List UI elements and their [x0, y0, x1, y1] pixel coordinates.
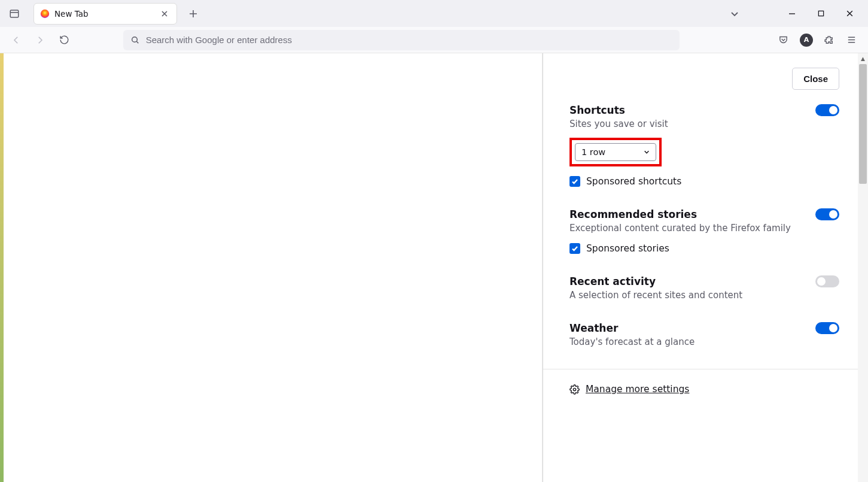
weather-title: Weather: [569, 322, 695, 334]
section-weather: Weather Today's forecast at a glance: [569, 322, 839, 347]
gear-icon: [569, 384, 580, 395]
section-shortcuts: Shortcuts Sites you save or visit 1 row …: [569, 104, 839, 187]
hamburger-icon: [846, 35, 857, 45]
window-close-button[interactable]: [840, 5, 858, 23]
shortcuts-rows-select[interactable]: 1 row: [575, 143, 656, 161]
chevron-down-icon: [644, 149, 650, 155]
app-menu-button[interactable]: [842, 30, 862, 50]
shortcuts-toggle[interactable]: [815, 104, 839, 116]
stories-title: Recommended stories: [569, 208, 791, 220]
firefox-icon: [40, 9, 50, 19]
list-all-tabs-button[interactable]: [726, 5, 744, 23]
pocket-icon: [778, 35, 788, 45]
scroll-thumb[interactable]: [859, 64, 867, 184]
back-button[interactable]: [6, 30, 26, 50]
recent-browsing-button[interactable]: [5, 4, 24, 23]
close-icon: [161, 10, 168, 17]
svg-rect-0: [10, 10, 19, 17]
close-icon: [846, 10, 854, 17]
sponsored-shortcuts-label: Sponsored shortcuts: [586, 176, 681, 187]
account-initial: A: [804, 36, 809, 44]
shortcuts-rows-value: 1 row: [581, 147, 605, 157]
browser-tab[interactable]: New Tab: [33, 3, 177, 25]
stories-toggle[interactable]: [815, 208, 839, 220]
new-tab-button[interactable]: [184, 5, 202, 23]
check-icon: [571, 178, 578, 185]
activity-caption: A selection of recent sites and content: [569, 290, 742, 301]
check-icon: [571, 245, 578, 252]
shortcuts-title: Shortcuts: [569, 104, 668, 116]
shortcuts-rows-highlight: 1 row: [569, 138, 662, 166]
sidebar-icon: [9, 8, 20, 19]
sponsored-shortcuts-row[interactable]: Sponsored shortcuts: [569, 176, 839, 187]
window-controls: [783, 5, 858, 23]
plus-icon: [189, 10, 197, 18]
svg-point-4: [573, 388, 575, 390]
window-maximize-button[interactable]: [812, 5, 830, 23]
sponsored-stories-label: Sponsored stories: [586, 243, 669, 254]
account-avatar-icon: A: [800, 34, 813, 47]
minimize-icon: [788, 10, 796, 17]
sponsored-shortcuts-checkbox[interactable]: [569, 176, 580, 187]
stories-caption: Exceptional content curated by the Firef…: [569, 223, 791, 234]
section-stories: Recommended stories Exceptional content …: [569, 208, 839, 254]
section-activity: Recent activity A selection of recent si…: [569, 275, 839, 301]
activity-title: Recent activity: [569, 275, 742, 287]
tab-title: New Tab: [54, 9, 154, 19]
manage-settings-row[interactable]: Manage more settings: [569, 384, 839, 395]
arrow-right-icon: [35, 35, 45, 46]
chevron-down-icon: [730, 10, 739, 18]
shortcuts-caption: Sites you save or visit: [569, 119, 668, 129]
reload-button[interactable]: [54, 30, 74, 50]
manage-settings-link[interactable]: Manage more settings: [586, 384, 689, 395]
activity-toggle[interactable]: [815, 275, 839, 287]
scroll-up-arrow-icon[interactable]: ▲: [858, 53, 868, 63]
arrow-left-icon: [11, 35, 22, 46]
url-bar[interactable]: [123, 30, 680, 50]
panel-divider: [543, 369, 868, 369]
customize-panel: Close Shortcuts Sites you save or visit …: [543, 53, 868, 482]
url-input[interactable]: [146, 35, 672, 45]
svg-point-1: [41, 9, 49, 17]
sponsored-stories-checkbox[interactable]: [569, 243, 580, 254]
content-area: Close Shortcuts Sites you save or visit …: [0, 53, 868, 482]
sponsored-stories-row[interactable]: Sponsored stories: [569, 243, 839, 254]
maximize-icon: [818, 10, 824, 17]
window-minimize-button[interactable]: [783, 5, 801, 23]
search-icon: [130, 35, 140, 45]
weather-toggle[interactable]: [815, 322, 839, 334]
extensions-button[interactable]: [819, 30, 839, 50]
reload-icon: [59, 35, 69, 45]
weather-caption: Today's forecast at a glance: [569, 337, 695, 347]
account-button[interactable]: A: [796, 30, 817, 50]
main-page: [4, 53, 543, 482]
panel-close-button[interactable]: Close: [792, 68, 839, 90]
puzzle-icon: [824, 35, 834, 45]
forward-button[interactable]: [30, 30, 50, 50]
nav-toolbar: A: [0, 27, 868, 53]
tab-bar: New Tab: [0, 0, 868, 27]
svg-point-3: [132, 37, 137, 42]
tab-close-button[interactable]: [159, 8, 170, 20]
svg-rect-2: [818, 11, 823, 16]
save-to-pocket-button[interactable]: [773, 30, 794, 50]
panel-scrollbar[interactable]: ▲: [858, 53, 868, 482]
